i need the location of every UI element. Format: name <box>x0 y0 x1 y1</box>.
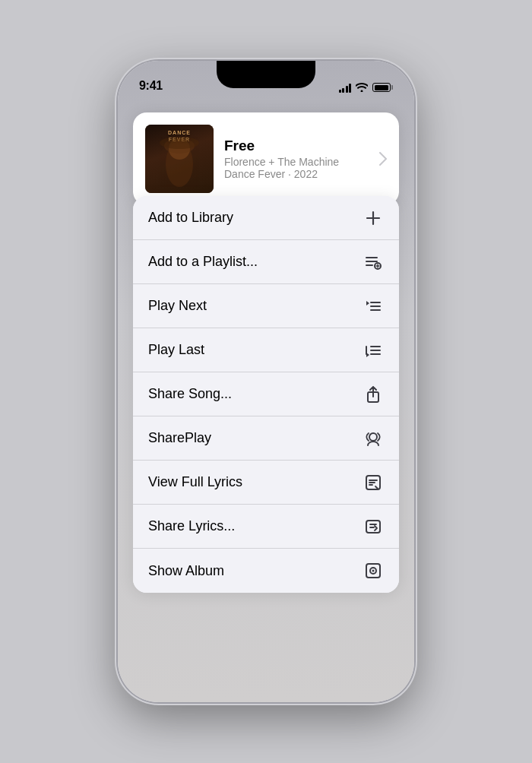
status-icons <box>339 82 394 93</box>
share-icon <box>363 384 384 405</box>
song-title: Free <box>224 138 369 155</box>
album-art: DANCE FEVER <box>145 125 214 193</box>
svg-rect-20 <box>366 521 380 533</box>
play-last-label: Play Last <box>148 342 204 358</box>
notch <box>217 61 315 88</box>
song-info: Free Florence + The Machine Dance Fever … <box>224 138 369 181</box>
status-time: 9:41 <box>139 79 163 93</box>
svg-point-3 <box>160 137 199 149</box>
plus-icon <box>363 207 384 229</box>
add-to-playlist-label: Add to a Playlist... <box>148 254 258 270</box>
phone-frame: 9:41 <box>118 61 414 702</box>
show-album-label: Show Album <box>148 563 224 579</box>
view-full-lyrics-label: View Full Lyrics <box>148 474 242 490</box>
menu-item-add-to-playlist[interactable]: Add to a Playlist... <box>133 240 399 284</box>
song-card[interactable]: DANCE FEVER Free Florence + The Machine … <box>133 112 399 205</box>
song-artist: Florence + The Machine <box>224 156 369 168</box>
share-lyrics-icon <box>363 516 384 537</box>
share-song-label: Share Song... <box>148 386 232 402</box>
play-next-label: Play Next <box>148 298 207 314</box>
menu-item-share-song[interactable]: Share Song... <box>133 372 399 416</box>
shareplay-icon <box>363 428 384 449</box>
signal-icon <box>339 82 352 93</box>
lyrics-icon <box>363 472 384 493</box>
play-last-icon <box>363 340 384 361</box>
menu-item-view-full-lyrics[interactable]: View Full Lyrics <box>133 461 399 505</box>
menu-item-play-next[interactable]: Play Next <box>133 284 399 328</box>
svg-point-18 <box>369 433 377 441</box>
battery-icon <box>372 83 393 92</box>
menu-item-add-to-library[interactable]: Add to Library <box>133 196 399 240</box>
play-next-icon <box>363 296 384 317</box>
svg-marker-11 <box>366 301 369 306</box>
playlist-add-icon <box>363 252 384 273</box>
wifi-icon <box>356 83 368 92</box>
context-menu: Add to Library Add to a Playlist... <box>133 196 399 593</box>
add-to-library-label: Add to Library <box>148 210 233 226</box>
menu-item-shareplay[interactable]: SharePlay <box>133 416 399 461</box>
shareplay-label: SharePlay <box>148 430 211 446</box>
share-lyrics-label: Share Lyrics... <box>148 518 235 534</box>
chevron-right-icon <box>379 152 387 166</box>
svg-point-23 <box>372 570 375 572</box>
show-album-icon <box>363 560 384 581</box>
menu-item-play-last[interactable]: Play Last <box>133 328 399 372</box>
menu-item-share-lyrics[interactable]: Share Lyrics... <box>133 505 399 549</box>
svg-marker-16 <box>366 353 369 357</box>
song-album: Dance Fever · 2022 <box>224 168 369 180</box>
menu-item-show-album[interactable]: Show Album <box>133 549 399 593</box>
